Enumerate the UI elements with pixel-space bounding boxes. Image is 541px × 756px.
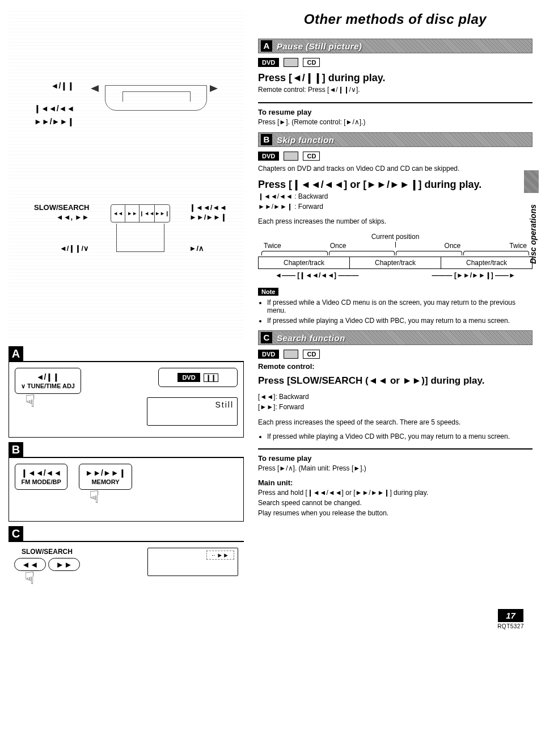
- page-number: 17: [498, 609, 523, 622]
- panel-b-button-back: ❙◄◄/◄◄ FM MODE/BP: [15, 464, 67, 490]
- page-title: Other methods of disc play: [258, 11, 532, 27]
- side-tab: Disc operations: [529, 204, 538, 264]
- section-b-instruction: Press [❙◄◄/◄◄] or [►►/►►❙] during play.: [258, 178, 532, 191]
- side-texture: [524, 170, 539, 193]
- hand-icon: [15, 394, 35, 414]
- vcd-chip: [284, 152, 298, 161]
- section-c-main-head: Main unit:: [258, 478, 532, 487]
- panel-a-screen: Still: [147, 397, 238, 426]
- note-label: Note: [258, 288, 278, 296]
- label-slow-arrows: ◄◄, ►►: [56, 213, 90, 221]
- panel-a-display: DVD ❙❙: [158, 368, 238, 387]
- hand-icon: [79, 490, 99, 510]
- panel-b: ❙◄◄/◄◄ FM MODE/BP ►►/►►❙ MEMORY: [9, 457, 244, 522]
- vcd-chip: [284, 350, 298, 359]
- label-skip-fwd: ►►/►►❙: [34, 115, 74, 128]
- section-b-dir-fwd: ►►/►►❙ : Forward: [258, 202, 532, 211]
- label-skip-back-remote: ❙◄◄/◄◄: [189, 203, 227, 212]
- dvd-chip: DVD: [258, 58, 279, 67]
- section-c-bar: C Search function: [258, 330, 532, 345]
- section-c-remote-head: Remote control:: [258, 362, 532, 371]
- remote-diagram: SLOW/SEARCH ◄◄, ►► ◄◄►►❙◄◄►►❙ ❙◄◄/◄◄ ►►/…: [9, 187, 244, 341]
- section-c-main1: Press and hold [❙◄◄/◄◄] or [►►/►►❙] duri…: [258, 488, 532, 497]
- section-c-dir-fwd: [►►]: Forward: [258, 402, 532, 411]
- panel-c-label: SLOW/SEARCH: [14, 548, 80, 556]
- unit-top-diagram: ◄/❙❙ ❙◄◄/◄◄ ►►/►►❙: [9, 11, 244, 182]
- label-slow-search: SLOW/SEARCH: [34, 203, 90, 212]
- panel-c: SLOW/SEARCH ◄◄ ►► ·· ►►: [9, 541, 244, 602]
- cd-chip: CD: [303, 58, 320, 67]
- section-c-instruction: Press [SLOW/SEARCH (◄◄ or ►►)] during pl…: [258, 375, 532, 387]
- label-skip-back: ❙◄◄/◄◄: [34, 102, 74, 115]
- label-skip-fwd-remote: ►►/►►❙: [189, 213, 227, 221]
- panel-c-badge: C: [9, 526, 23, 541]
- panel-c-screen: ·· ►►: [147, 548, 238, 576]
- section-a-instruction: Press [◄/❙❙] during play.: [258, 72, 532, 84]
- section-b-dir-back: ❙◄◄/◄◄ : Backward: [258, 192, 532, 201]
- panel-a-badge: A: [9, 346, 23, 361]
- section-c-note1: If pressed while playing a Video CD with…: [267, 432, 532, 440]
- skip-diagram: Current position Twice Once Once Twice C…: [258, 233, 532, 279]
- panel-b-badge: B: [9, 442, 23, 457]
- label-pause: ◄/❙❙: [34, 79, 74, 92]
- cd-chip: CD: [303, 350, 320, 359]
- section-c-dir-back: [◄◄]: Backward: [258, 392, 532, 401]
- label-play-remote: ►/∧: [189, 244, 204, 253]
- section-a-bar: A Pause (Still picture): [258, 39, 532, 53]
- dvd-chip: DVD: [258, 350, 279, 359]
- panel-b-button-fwd: ►►/►►❙ MEMORY: [79, 464, 132, 490]
- section-b-note2: If pressed while playing a Video CD with…: [267, 317, 532, 325]
- section-b-bar: B Skip function: [258, 132, 532, 147]
- section-b-note1: If pressed while a Video CD menu is on t…: [267, 299, 532, 314]
- vcd-chip: [284, 58, 298, 67]
- panel-a-button: ◄/❙❙ ∨ TUNE/TIME ADJ: [15, 368, 81, 394]
- doc-code: RQT5327: [497, 623, 524, 629]
- page-footer: 17 RQT5327: [497, 609, 524, 629]
- section-c-main2: Search speed cannot be changed.: [258, 498, 532, 507]
- section-b-each: Each press increases the number of skips…: [258, 217, 532, 226]
- hand-icon: [14, 571, 34, 591]
- section-a-resume-head: To resume play: [258, 108, 532, 116]
- section-c-resume-body: Press [►/∧]. (Main unit: Press [►].): [258, 464, 532, 473]
- label-pause-remote: ◄/❙❙/∨: [60, 244, 89, 253]
- section-b-intro: Chapters on DVD and tracks on Video CD a…: [258, 164, 532, 173]
- section-c-resume-head: To resume play: [258, 454, 532, 463]
- dvd-chip: DVD: [258, 152, 279, 161]
- section-a-resume-body: Press [►]. (Remote control: [►/∧].): [258, 117, 532, 127]
- cd-chip: CD: [303, 152, 320, 161]
- panel-c-fwd-button: ►►: [48, 558, 80, 571]
- section-c-main3: Play resumes when you release the button…: [258, 509, 532, 518]
- section-c-each: Each press increases the speed of the se…: [258, 418, 532, 427]
- section-a-sub: Remote control: Press [◄/❙❙/∨].: [258, 85, 532, 94]
- panel-a: ◄/❙❙ ∨ TUNE/TIME ADJ DVD ❙❙ Still: [9, 361, 244, 438]
